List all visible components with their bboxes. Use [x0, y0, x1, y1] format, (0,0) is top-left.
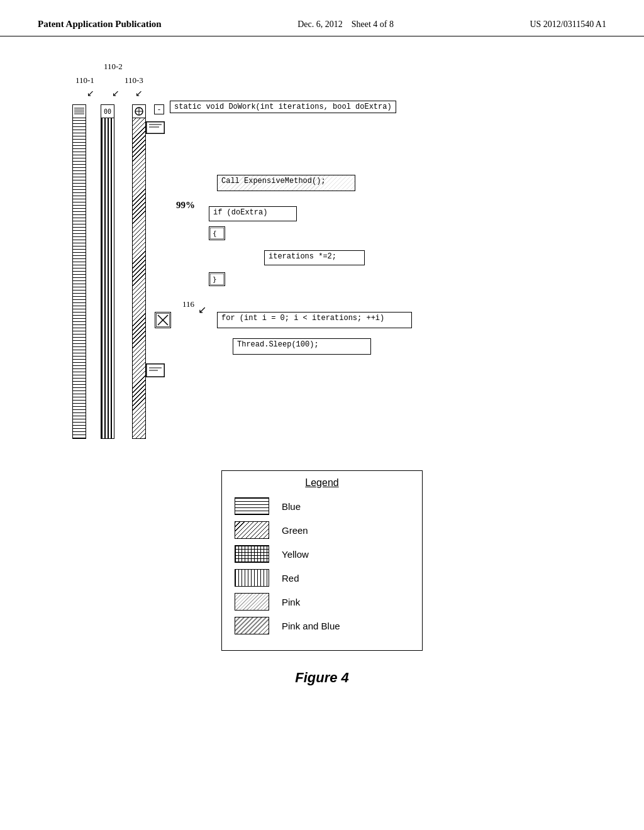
- arrow-116: ↙: [198, 304, 206, 316]
- legend-row-pink: Pink: [235, 593, 409, 611]
- arrow-110-3: ↙: [135, 88, 143, 99]
- label-110-1: 110-1: [75, 75, 94, 86]
- legend-label-pink: Pink: [282, 597, 300, 607]
- sheet-info: Sheet 4 of 8: [352, 19, 394, 29]
- icon-open-brace: [146, 121, 165, 134]
- code-for-loop: for (int i = 0; i < iterations; ++i): [217, 312, 412, 328]
- legend-label-yellow: Yellow: [282, 549, 309, 560]
- svg-rect-7: [147, 122, 164, 133]
- legend-row-pink-blue: Pink and Blue: [235, 617, 409, 634]
- label-110-2: 110-2: [104, 62, 123, 72]
- legend-label-blue: Blue: [282, 501, 301, 512]
- icon-checkbox-x: [155, 312, 171, 328]
- legend-swatch-yellow: [235, 545, 269, 563]
- legend-swatch-green: [235, 521, 269, 539]
- code-if-doextra: if (doExtra): [209, 206, 297, 221]
- date: Dec. 6, 2012: [297, 19, 343, 29]
- page-header: Patent Application Publication Dec. 6, 2…: [0, 0, 644, 36]
- icon-sub-brace: {: [209, 226, 225, 240]
- icon-minus: -: [154, 104, 164, 114]
- icon-00: 00: [101, 104, 114, 118]
- label-116: 116: [182, 299, 194, 309]
- code-thread-sleep: Thread.Sleep(100);: [233, 338, 371, 355]
- legend-row-yellow: Yellow: [235, 545, 409, 563]
- icon-bottom-brace: [146, 363, 165, 377]
- legend-label-green: Green: [282, 525, 308, 536]
- legend-row-blue: Blue: [235, 497, 409, 515]
- legend-box: Legend Blue Green Yellow Red Pink Pink a…: [221, 470, 423, 651]
- legend-swatch-blue: [235, 497, 269, 515]
- code-call-expensive: Call ExpensiveMethod();: [217, 175, 355, 191]
- figure-caption: Figure 4: [0, 670, 644, 686]
- legend-swatch-pink: [235, 593, 269, 611]
- legend-title: Legend: [235, 477, 409, 489]
- diagram-area: 110-2 110-1 110-3 ↙ ↙ ↙ 00 - static void…: [38, 62, 606, 451]
- legend-label-pink-blue: Pink and Blue: [282, 621, 340, 631]
- arrow-110-1: ↙: [87, 88, 94, 99]
- code-static-void: static void DoWork(int iterations, bool …: [170, 101, 396, 113]
- legend-row-green: Green: [235, 521, 409, 539]
- svg-text:}: }: [213, 275, 217, 284]
- svg-text:{: {: [213, 230, 217, 238]
- patent-number: US 2012/0311540 A1: [530, 19, 606, 30]
- bar-110-2-red: [101, 104, 114, 439]
- publication-label: Patent Application Publication: [38, 19, 162, 30]
- label-110-3: 110-3: [125, 75, 143, 86]
- legend-swatch-pink-blue: [235, 617, 269, 634]
- icon-doc-1: [72, 104, 86, 118]
- legend-swatch-red: [235, 569, 269, 587]
- code-iterations: iterations *=2;: [264, 250, 365, 265]
- label-99: 99%: [176, 200, 195, 211]
- legend-label-red: Red: [282, 573, 299, 584]
- icon-close-brace: }: [209, 272, 225, 286]
- bar-110-3-green: [132, 104, 146, 439]
- date-sheet: Dec. 6, 2012 Sheet 4 of 8: [297, 19, 394, 30]
- arrow-110-2: ↙: [112, 88, 119, 99]
- icon-circle: [132, 104, 146, 118]
- legend-row-red: Red: [235, 569, 409, 587]
- bar-110-1-blue: [72, 104, 86, 439]
